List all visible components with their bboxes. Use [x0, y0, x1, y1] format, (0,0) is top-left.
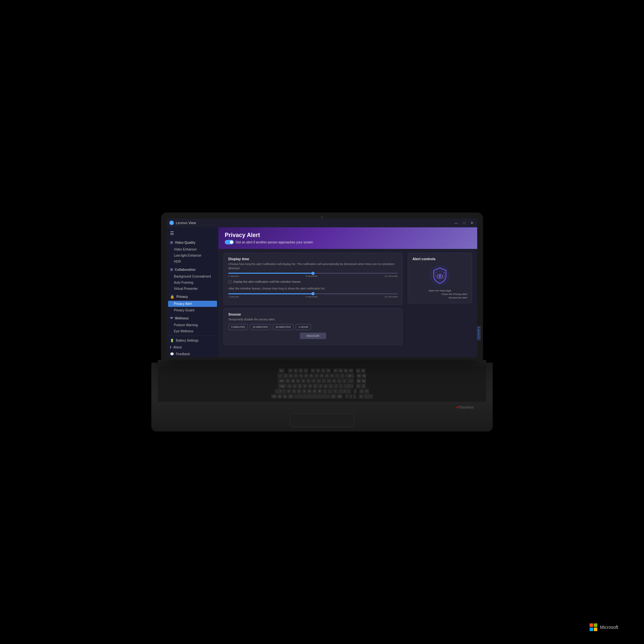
- key-enter[interactable]: ↵: [344, 384, 354, 388]
- sidebar-section-header-video[interactable]: ⊞ Video Quality: [167, 239, 218, 246]
- key-t[interactable]: T: [306, 379, 311, 383]
- key-7[interactable]: 7: [314, 374, 319, 378]
- key-end[interactable]: End: [356, 379, 361, 383]
- key-f7[interactable]: F7: [321, 368, 326, 373]
- key-f4[interactable]: F4: [304, 368, 308, 373]
- key-backtick[interactable]: `: [278, 374, 283, 378]
- key-n[interactable]: N: [312, 389, 317, 393]
- key-backslash[interactable]: \: [347, 379, 354, 383]
- sidebar-item-hdr[interactable]: HDR: [167, 259, 218, 265]
- key-d[interactable]: D: [298, 384, 302, 388]
- key-4[interactable]: 4: [299, 374, 303, 378]
- key-c[interactable]: C: [297, 389, 301, 393]
- sidebar-item-about[interactable]: ℹ About: [167, 344, 218, 351]
- sidebar-section-header-privacy[interactable]: 🔒 Privacy: [167, 293, 218, 300]
- key-up[interactable]: ↑: [354, 389, 357, 393]
- key-f2[interactable]: F2: [293, 368, 298, 373]
- sidebar-item-background-concealment[interactable]: Background Concealment: [167, 273, 218, 279]
- key-8[interactable]: 8: [319, 374, 324, 378]
- key-pgdn[interactable]: Pg↓: [362, 379, 366, 383]
- key-u[interactable]: U: [317, 379, 321, 383]
- key-tab[interactable]: Tab: [278, 379, 285, 383]
- key-i[interactable]: I: [322, 379, 326, 383]
- key-y[interactable]: Y: [311, 379, 316, 383]
- maximize-button[interactable]: □: [462, 220, 467, 225]
- key-5[interactable]: 5: [304, 374, 308, 378]
- slider-thumb-2[interactable]: [311, 292, 315, 295]
- key-a[interactable]: A: [287, 384, 292, 388]
- key-r[interactable]: R: [301, 379, 306, 383]
- key-j[interactable]: J: [318, 384, 323, 388]
- key-down[interactable]: ↓: [349, 394, 352, 399]
- key-lshift[interactable]: ⇧: [275, 389, 286, 393]
- privacy-alert-toggle[interactable]: [225, 240, 234, 244]
- key-home[interactable]: Hm: [357, 374, 361, 378]
- sidebar-item-virtual-presenter[interactable]: Virtual Presenter: [167, 286, 218, 292]
- sidebar-item-privacy-guard[interactable]: Privacy Guard: [167, 307, 218, 313]
- key-minus[interactable]: -: [335, 374, 339, 378]
- key-1[interactable]: 1: [283, 374, 288, 378]
- sidebar-item-feedback[interactable]: 💬 Feedback: [167, 351, 218, 357]
- key-m[interactable]: M: [317, 389, 322, 393]
- key-f10[interactable]: F10: [338, 368, 343, 373]
- slider-thumb-1[interactable]: [311, 272, 315, 275]
- key-rbracket[interactable]: ]: [342, 379, 347, 383]
- key-ralt[interactable]: Alt: [330, 394, 336, 399]
- snooze-1hour-button[interactable]: 1 HOUR: [296, 324, 311, 330]
- key-lalt[interactable]: Alt: [288, 394, 294, 399]
- key-o[interactable]: O: [327, 379, 331, 383]
- key-capslock[interactable]: Caps: [278, 384, 287, 388]
- minimize-button[interactable]: —: [453, 220, 459, 225]
- key-s[interactable]: S: [292, 384, 297, 388]
- key-w[interactable]: W: [291, 379, 295, 383]
- key-num4[interactable]: 4: [356, 384, 361, 388]
- key-num5[interactable]: 5: [361, 384, 366, 388]
- key-del[interactable]: Del: [361, 368, 365, 373]
- key-g[interactable]: G: [308, 384, 312, 388]
- key-comma[interactable]: ,: [323, 389, 327, 393]
- sidebar-section-header-wellness[interactable]: ❤ Wellness: [167, 315, 218, 322]
- snooze-30min-button[interactable]: 30 MINUTES: [273, 324, 294, 330]
- key-f3[interactable]: F3: [298, 368, 303, 373]
- key-e[interactable]: E: [296, 379, 300, 383]
- hamburger-menu-button[interactable]: ☰: [167, 229, 218, 238]
- close-button[interactable]: ✕: [469, 220, 475, 226]
- trackpad[interactable]: [290, 413, 354, 427]
- key-fn[interactable]: Fn: [278, 394, 282, 399]
- key-v[interactable]: V: [302, 389, 307, 393]
- key-rctrl[interactable]: Ctrl: [337, 394, 343, 399]
- key-f11[interactable]: F11: [344, 368, 348, 373]
- key-x[interactable]: X: [292, 389, 296, 393]
- checkbox-display-until-leaves[interactable]: [228, 280, 232, 283]
- key-esc[interactable]: Esc: [279, 368, 284, 373]
- key-f5[interactable]: F5: [311, 368, 315, 373]
- key-0[interactable]: 0: [330, 374, 334, 378]
- key-semicolon[interactable]: ;: [334, 384, 338, 388]
- snooze-15min-button[interactable]: 15 MINUTES: [250, 324, 271, 330]
- key-h[interactable]: H: [313, 384, 317, 388]
- key-f12[interactable]: F12: [349, 368, 353, 373]
- sidebar-item-battery-settings[interactable]: 🔋 Battery Settings: [167, 337, 218, 344]
- key-ins[interactable]: Ins: [356, 368, 360, 373]
- sidebar-item-posture-warning[interactable]: Posture Warning: [167, 322, 218, 328]
- key-right[interactable]: →: [353, 394, 356, 399]
- key-9[interactable]: 9: [325, 374, 329, 378]
- key-quote[interactable]: ': [339, 384, 343, 388]
- key-lbracket[interactable]: [: [337, 379, 342, 383]
- key-f1[interactable]: F1: [288, 368, 293, 373]
- sidebar-item-auto-framing[interactable]: Auto Framing: [167, 279, 218, 286]
- sidebar-item-lowlight-enhancer[interactable]: Low-light Enhancer: [167, 252, 218, 259]
- key-slash[interactable]: /: [333, 389, 337, 393]
- snooze-action-button[interactable]: SNOOZE: [300, 333, 326, 339]
- key-p[interactable]: P: [332, 379, 336, 383]
- key-num1[interactable]: 1: [359, 389, 364, 393]
- key-equals[interactable]: =: [340, 374, 345, 378]
- key-b[interactable]: B: [307, 389, 312, 393]
- key-q[interactable]: Q: [286, 379, 290, 383]
- key-lctrl[interactable]: Ctrl: [271, 394, 277, 399]
- key-3[interactable]: 3: [294, 374, 298, 378]
- key-k[interactable]: K: [323, 384, 328, 388]
- sidebar-item-privacy-alert[interactable]: Privacy Alert: [168, 301, 217, 307]
- key-backspace[interactable]: ⌫: [345, 374, 354, 378]
- key-z[interactable]: Z: [287, 389, 291, 393]
